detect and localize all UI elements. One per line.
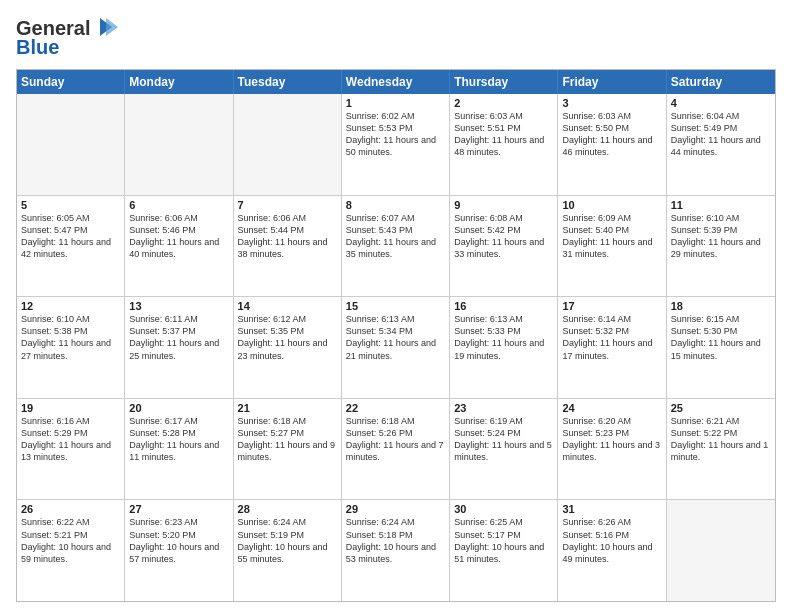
calendar-cell: 16Sunrise: 6:13 AM Sunset: 5:33 PM Dayli…: [450, 297, 558, 398]
cell-sun-info: Sunrise: 6:21 AM Sunset: 5:22 PM Dayligh…: [671, 415, 771, 464]
calendar-cell: 26Sunrise: 6:22 AM Sunset: 5:21 PM Dayli…: [17, 500, 125, 601]
day-number: 25: [671, 402, 771, 414]
cell-sun-info: Sunrise: 6:11 AM Sunset: 5:37 PM Dayligh…: [129, 313, 228, 362]
cell-sun-info: Sunrise: 6:19 AM Sunset: 5:24 PM Dayligh…: [454, 415, 553, 464]
cell-sun-info: Sunrise: 6:22 AM Sunset: 5:21 PM Dayligh…: [21, 516, 120, 565]
cell-sun-info: Sunrise: 6:24 AM Sunset: 5:19 PM Dayligh…: [238, 516, 337, 565]
cell-sun-info: Sunrise: 6:25 AM Sunset: 5:17 PM Dayligh…: [454, 516, 553, 565]
calendar-row: 19Sunrise: 6:16 AM Sunset: 5:29 PM Dayli…: [17, 399, 775, 501]
day-number: 26: [21, 503, 120, 515]
day-number: 16: [454, 300, 553, 312]
calendar-cell: 1Sunrise: 6:02 AM Sunset: 5:53 PM Daylig…: [342, 94, 450, 195]
day-number: 6: [129, 199, 228, 211]
weekday-header: Tuesday: [234, 70, 342, 94]
cell-sun-info: Sunrise: 6:26 AM Sunset: 5:16 PM Dayligh…: [562, 516, 661, 565]
day-number: 12: [21, 300, 120, 312]
calendar-cell: 28Sunrise: 6:24 AM Sunset: 5:19 PM Dayli…: [234, 500, 342, 601]
day-number: 4: [671, 97, 771, 109]
day-number: 8: [346, 199, 445, 211]
logo: General Blue: [16, 16, 118, 59]
calendar-cell: 13Sunrise: 6:11 AM Sunset: 5:37 PM Dayli…: [125, 297, 233, 398]
cell-sun-info: Sunrise: 6:14 AM Sunset: 5:32 PM Dayligh…: [562, 313, 661, 362]
day-number: 20: [129, 402, 228, 414]
calendar-cell: 19Sunrise: 6:16 AM Sunset: 5:29 PM Dayli…: [17, 399, 125, 500]
day-number: 31: [562, 503, 661, 515]
calendar-cell: [125, 94, 233, 195]
calendar-row: 26Sunrise: 6:22 AM Sunset: 5:21 PM Dayli…: [17, 500, 775, 601]
calendar-cell: 8Sunrise: 6:07 AM Sunset: 5:43 PM Daylig…: [342, 196, 450, 297]
calendar-cell: 12Sunrise: 6:10 AM Sunset: 5:38 PM Dayli…: [17, 297, 125, 398]
day-number: 22: [346, 402, 445, 414]
day-number: 3: [562, 97, 661, 109]
cell-sun-info: Sunrise: 6:13 AM Sunset: 5:33 PM Dayligh…: [454, 313, 553, 362]
cell-sun-info: Sunrise: 6:03 AM Sunset: 5:51 PM Dayligh…: [454, 110, 553, 159]
calendar-cell: 20Sunrise: 6:17 AM Sunset: 5:28 PM Dayli…: [125, 399, 233, 500]
calendar-cell: 17Sunrise: 6:14 AM Sunset: 5:32 PM Dayli…: [558, 297, 666, 398]
cell-sun-info: Sunrise: 6:15 AM Sunset: 5:30 PM Dayligh…: [671, 313, 771, 362]
calendar-cell: 4Sunrise: 6:04 AM Sunset: 5:49 PM Daylig…: [667, 94, 775, 195]
day-number: 18: [671, 300, 771, 312]
cell-sun-info: Sunrise: 6:02 AM Sunset: 5:53 PM Dayligh…: [346, 110, 445, 159]
calendar-cell: [667, 500, 775, 601]
calendar-cell: 10Sunrise: 6:09 AM Sunset: 5:40 PM Dayli…: [558, 196, 666, 297]
weekday-header: Thursday: [450, 70, 558, 94]
day-number: 28: [238, 503, 337, 515]
day-number: 10: [562, 199, 661, 211]
logo-icon: [92, 14, 118, 40]
calendar-cell: [234, 94, 342, 195]
calendar-cell: 2Sunrise: 6:03 AM Sunset: 5:51 PM Daylig…: [450, 94, 558, 195]
calendar-cell: 3Sunrise: 6:03 AM Sunset: 5:50 PM Daylig…: [558, 94, 666, 195]
page-header: General Blue: [16, 16, 776, 59]
calendar-cell: 30Sunrise: 6:25 AM Sunset: 5:17 PM Dayli…: [450, 500, 558, 601]
calendar-cell: 29Sunrise: 6:24 AM Sunset: 5:18 PM Dayli…: [342, 500, 450, 601]
cell-sun-info: Sunrise: 6:12 AM Sunset: 5:35 PM Dayligh…: [238, 313, 337, 362]
cell-sun-info: Sunrise: 6:20 AM Sunset: 5:23 PM Dayligh…: [562, 415, 661, 464]
calendar-cell: 25Sunrise: 6:21 AM Sunset: 5:22 PM Dayli…: [667, 399, 775, 500]
cell-sun-info: Sunrise: 6:06 AM Sunset: 5:44 PM Dayligh…: [238, 212, 337, 261]
cell-sun-info: Sunrise: 6:16 AM Sunset: 5:29 PM Dayligh…: [21, 415, 120, 464]
day-number: 5: [21, 199, 120, 211]
weekday-header: Wednesday: [342, 70, 450, 94]
calendar-cell: 21Sunrise: 6:18 AM Sunset: 5:27 PM Dayli…: [234, 399, 342, 500]
calendar-cell: 31Sunrise: 6:26 AM Sunset: 5:16 PM Dayli…: [558, 500, 666, 601]
day-number: 11: [671, 199, 771, 211]
day-number: 23: [454, 402, 553, 414]
calendar-cell: [17, 94, 125, 195]
calendar-cell: 5Sunrise: 6:05 AM Sunset: 5:47 PM Daylig…: [17, 196, 125, 297]
calendar-cell: 22Sunrise: 6:18 AM Sunset: 5:26 PM Dayli…: [342, 399, 450, 500]
cell-sun-info: Sunrise: 6:03 AM Sunset: 5:50 PM Dayligh…: [562, 110, 661, 159]
calendar-cell: 7Sunrise: 6:06 AM Sunset: 5:44 PM Daylig…: [234, 196, 342, 297]
day-number: 7: [238, 199, 337, 211]
calendar-cell: 15Sunrise: 6:13 AM Sunset: 5:34 PM Dayli…: [342, 297, 450, 398]
day-number: 27: [129, 503, 228, 515]
cell-sun-info: Sunrise: 6:10 AM Sunset: 5:38 PM Dayligh…: [21, 313, 120, 362]
day-number: 29: [346, 503, 445, 515]
calendar-cell: 11Sunrise: 6:10 AM Sunset: 5:39 PM Dayli…: [667, 196, 775, 297]
day-number: 14: [238, 300, 337, 312]
calendar-cell: 6Sunrise: 6:06 AM Sunset: 5:46 PM Daylig…: [125, 196, 233, 297]
cell-sun-info: Sunrise: 6:23 AM Sunset: 5:20 PM Dayligh…: [129, 516, 228, 565]
weekday-header: Monday: [125, 70, 233, 94]
cell-sun-info: Sunrise: 6:18 AM Sunset: 5:26 PM Dayligh…: [346, 415, 445, 464]
day-number: 21: [238, 402, 337, 414]
calendar-cell: 23Sunrise: 6:19 AM Sunset: 5:24 PM Dayli…: [450, 399, 558, 500]
calendar-row: 12Sunrise: 6:10 AM Sunset: 5:38 PM Dayli…: [17, 297, 775, 399]
day-number: 9: [454, 199, 553, 211]
calendar: SundayMondayTuesdayWednesdayThursdayFrid…: [16, 69, 776, 602]
weekday-header: Sunday: [17, 70, 125, 94]
cell-sun-info: Sunrise: 6:17 AM Sunset: 5:28 PM Dayligh…: [129, 415, 228, 464]
weekday-header: Saturday: [667, 70, 775, 94]
cell-sun-info: Sunrise: 6:05 AM Sunset: 5:47 PM Dayligh…: [21, 212, 120, 261]
day-number: 17: [562, 300, 661, 312]
cell-sun-info: Sunrise: 6:08 AM Sunset: 5:42 PM Dayligh…: [454, 212, 553, 261]
calendar-body: 1Sunrise: 6:02 AM Sunset: 5:53 PM Daylig…: [17, 94, 775, 601]
cell-sun-info: Sunrise: 6:07 AM Sunset: 5:43 PM Dayligh…: [346, 212, 445, 261]
svg-marker-1: [106, 18, 118, 36]
day-number: 24: [562, 402, 661, 414]
calendar-cell: 18Sunrise: 6:15 AM Sunset: 5:30 PM Dayli…: [667, 297, 775, 398]
cell-sun-info: Sunrise: 6:09 AM Sunset: 5:40 PM Dayligh…: [562, 212, 661, 261]
calendar-cell: 14Sunrise: 6:12 AM Sunset: 5:35 PM Dayli…: [234, 297, 342, 398]
calendar-header: SundayMondayTuesdayWednesdayThursdayFrid…: [17, 70, 775, 94]
calendar-row: 1Sunrise: 6:02 AM Sunset: 5:53 PM Daylig…: [17, 94, 775, 196]
weekday-header: Friday: [558, 70, 666, 94]
